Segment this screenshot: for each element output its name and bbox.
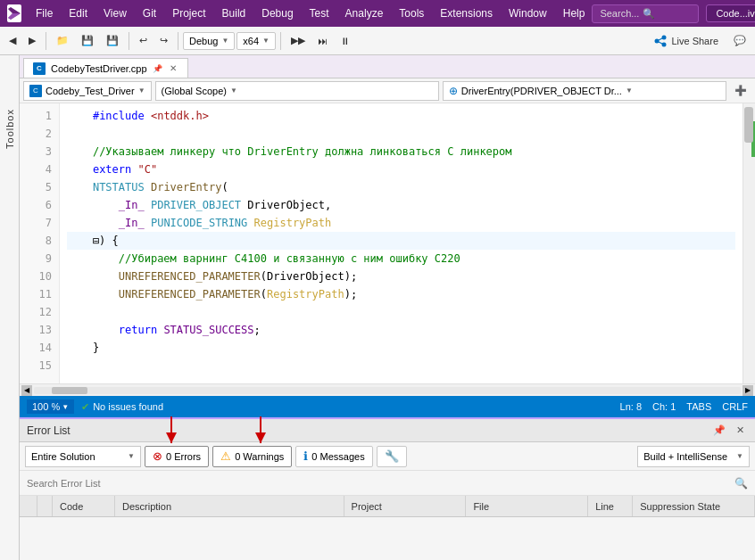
th-suppression[interactable]: Suppression State (633, 496, 755, 516)
filter-label: Entire Solution (31, 451, 95, 462)
title-right: Search... 🔍 Code...iver (592, 4, 755, 23)
messages-count: 0 Messages (311, 451, 364, 462)
solution-filter-dropdown[interactable]: Entire Solution ▼ (25, 446, 141, 467)
tab-close-button[interactable]: ✕ (168, 62, 178, 74)
step-button[interactable]: ⏭ (312, 32, 333, 50)
code-line: //Указываем линкеру что DriverEntry долж… (67, 143, 735, 161)
error-panel-header: Error List 📌 ✕ (20, 419, 755, 442)
live-share-label: Live Share (671, 36, 718, 46)
menu-analyze[interactable]: Analyze (338, 4, 391, 23)
tab-pin-icon[interactable]: 📌 (153, 64, 162, 73)
hscroll-left-button[interactable]: ◀ (21, 385, 32, 396)
back-button[interactable]: ◀ (4, 31, 21, 50)
error-toolbar: Entire Solution ▼ ⊗ 0 Errors ⚠ 0 Warning… (20, 442, 755, 471)
toolbar: ◀ ▶ 📁 💾 💾 ↩ ↪ Debug ▼ x64 ▼ ▶▶ ⏭ ⏸ Live … (0, 27, 755, 55)
warnings-button[interactable]: ⚠ 0 Warnings (212, 446, 292, 467)
title-bar: File Edit View Git Project Build Debug T… (0, 0, 755, 27)
menu-help[interactable]: Help (556, 4, 593, 23)
member-dropdown[interactable]: ⊕ DriverEntry(PDRIVER_OBJECT Dr... ▼ (443, 81, 726, 101)
info-icon: ℹ (303, 449, 308, 463)
menu-debug[interactable]: Debug (254, 4, 300, 23)
th-number[interactable] (37, 496, 53, 516)
editor-vertical-scrollbar[interactable] (743, 103, 755, 383)
debug-config-dropdown[interactable]: Debug ▼ (183, 32, 235, 50)
error-panel-autohide-button[interactable]: 📌 (709, 423, 729, 438)
feedback-button[interactable]: 💬 (728, 31, 751, 50)
platform-dropdown[interactable]: x64 ▼ (236, 32, 276, 50)
issues-status[interactable]: ✔ No issues found (81, 401, 163, 413)
project-icon: C (29, 85, 42, 97)
undo-button[interactable]: ↩ (134, 31, 153, 50)
errors-button[interactable]: ⊗ 0 Errors (145, 446, 209, 467)
warnings-count: 0 Warnings (235, 451, 284, 462)
code-content[interactable]: #include <ntddk.h> //Указываем линкеру ч… (60, 103, 743, 383)
project-name: Codeby_Test_Driver (46, 86, 135, 96)
start-debug-button[interactable]: ▶▶ (286, 31, 311, 50)
warning-icon: ⚠ (220, 449, 231, 463)
menu-build[interactable]: Build (215, 4, 253, 23)
menu-window[interactable]: Window (502, 4, 554, 23)
th-line[interactable]: Line (588, 496, 633, 516)
crlf-indicator[interactable]: CRLF (722, 401, 748, 412)
filter-arrow-icon: ▼ (128, 452, 135, 460)
global-search-box[interactable]: Search... 🔍 (592, 4, 699, 23)
project-dropdown[interactable]: C Codeby_Test_Driver ▼ (23, 81, 152, 101)
scope-dropdown[interactable]: (Global Scope) ▼ (155, 81, 439, 101)
menu-project[interactable]: Project (165, 4, 212, 23)
tabs-indicator[interactable]: TABS (686, 401, 711, 412)
build-filter-arrow-icon: ▼ (736, 452, 743, 460)
member-label: DriverEntry(PDRIVER_OBJECT Dr... (461, 86, 622, 96)
error-search-input[interactable] (27, 478, 731, 489)
th-file[interactable]: File (466, 496, 588, 516)
project-dropdown-arrow-icon: ▼ (138, 86, 145, 95)
member-icon: ⊕ (449, 85, 458, 97)
code-line (67, 125, 735, 143)
code-line: #include <ntddk.h> (67, 107, 735, 125)
live-share-button[interactable]: Live Share (645, 30, 726, 52)
th-description[interactable]: Description (115, 496, 344, 516)
save-button[interactable]: 💾 (76, 31, 99, 50)
redo-button[interactable]: ↪ (154, 31, 173, 50)
menu-git[interactable]: Git (136, 4, 163, 23)
toolbox-panel[interactable]: Toolbox (0, 55, 20, 560)
hscroll-thumb[interactable] (52, 387, 87, 394)
menu-extensions[interactable]: Extensions (433, 4, 500, 23)
add-file-button[interactable]: ➕ (730, 82, 751, 99)
status-right: Ln: 8 Ch: 1 TABS CRLF (620, 401, 748, 412)
solution-explorer-button[interactable]: 📁 (51, 31, 74, 50)
error-panel-close-button[interactable]: ✕ (733, 423, 748, 438)
th-project[interactable]: Project (344, 496, 467, 516)
hscroll-track[interactable] (34, 387, 741, 394)
zoom-control[interactable]: 100 % ▼ (27, 399, 74, 414)
th-severity[interactable] (20, 496, 37, 516)
messages-button[interactable]: ℹ 0 Messages (295, 446, 372, 467)
error-panel-title: Error List (27, 424, 706, 437)
menu-view[interactable]: View (96, 4, 134, 23)
save-all-button[interactable]: 💾 (101, 31, 124, 50)
errors-count: 0 Errors (166, 451, 201, 462)
editor-tab-cppfile[interactable]: C CodebyTestDriver.cpp 📌 ✕ (23, 58, 188, 78)
build-filter-dropdown[interactable]: Build + IntelliSense ▼ (637, 446, 750, 467)
menu-test[interactable]: Test (303, 4, 336, 23)
build-filter-icon-button[interactable]: 🔧 (377, 446, 407, 467)
scroll-thumb[interactable] (744, 107, 753, 143)
user-profile-button[interactable]: Code...iver (706, 4, 755, 22)
forward-button[interactable]: ▶ (23, 31, 41, 50)
status-bar: 100 % ▼ ✔ No issues found Ln: 8 Ch: 1 TA… (20, 396, 755, 417)
code-line (67, 303, 735, 321)
vs-logo (7, 4, 21, 22)
th-code[interactable]: Code (53, 496, 115, 516)
toolbar-separator-1 (46, 32, 46, 50)
menu-tools[interactable]: Tools (392, 4, 431, 23)
editor-horizontal-scrollbar[interactable]: ◀ ▶ (20, 383, 755, 396)
debug-config-label: Debug (189, 36, 218, 46)
issues-check-icon: ✔ (81, 401, 89, 413)
error-search-icon: 🔍 (734, 477, 748, 490)
menu-file[interactable]: File (29, 4, 60, 23)
code-line: //Убираем варнинг С4100 и связанную с ни… (67, 250, 735, 268)
hscroll-right-button[interactable]: ▶ (743, 385, 753, 396)
menu-edit[interactable]: Edit (62, 4, 95, 23)
breakpoints-button[interactable]: ⏸ (335, 32, 355, 50)
code-line: _In_ PUNICODE_STRING RegistryPath (67, 214, 735, 232)
code-editor[interactable]: 12345 678910 1112131415 #include <ntddk.… (20, 103, 743, 383)
